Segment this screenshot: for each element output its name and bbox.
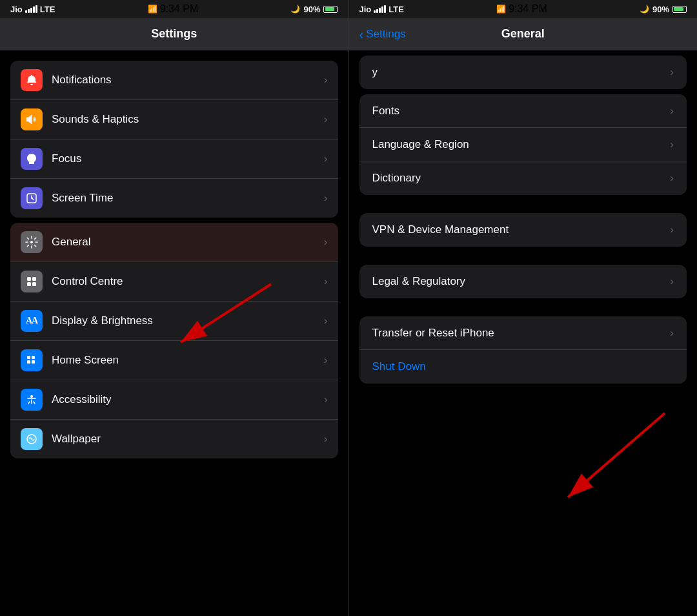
sidebar-item-wallpaper[interactable]: Wallpaper › [10, 420, 338, 458]
item-dictionary[interactable]: Dictionary › [359, 161, 687, 195]
carrier-left: Jio [10, 5, 23, 14]
moon-icon-right: 🌙 [640, 5, 649, 14]
section-gap-3 [349, 298, 698, 316]
status-bar-right: Jio LTE 📶 9:34 PM 🌙 90% [349, 0, 698, 18]
battery-percent-left: 90% [303, 5, 320, 14]
display-brightness-chevron: › [324, 314, 328, 327]
wifi-icon-right: 📶 [496, 5, 506, 14]
network-type-right: LTE [389, 5, 404, 14]
back-label: Settings [366, 28, 405, 41]
screen-time-icon [21, 187, 43, 209]
sounds-label: Sounds & Haptics [52, 113, 319, 126]
svg-rect-7 [32, 356, 35, 359]
item-legal[interactable]: Legal & Regulatory › [359, 265, 687, 298]
signal-icon-right [374, 5, 386, 13]
status-left: Jio LTE [10, 5, 55, 14]
sidebar-item-notifications[interactable]: Notifications › [10, 61, 338, 100]
nav-bar-right: ‹ Settings General [349, 18, 698, 50]
status-right-left: 🌙 90% [290, 5, 338, 14]
sidebar-item-control-centre[interactable]: Control Centre › [10, 262, 338, 302]
home-screen-chevron: › [324, 354, 328, 367]
back-button[interactable]: ‹ Settings [359, 28, 406, 41]
svg-rect-5 [32, 282, 36, 286]
notifications-chevron: › [324, 74, 328, 87]
notifications-icon [21, 69, 43, 91]
legal-chevron: › [670, 275, 674, 288]
above-scroll-label: y [372, 66, 665, 79]
settings-list-right[interactable]: y › Fonts › Language & Region › [349, 50, 698, 616]
display-brightness-label: Display & Brightness [52, 314, 319, 327]
section-group-right-1: Fonts › Language & Region › Dictionary › [349, 94, 698, 195]
section-group-1: Notifications › Sounds & Haptics › [10, 61, 338, 218]
display-brightness-icon: AA [21, 310, 43, 332]
wifi-icon-left: 📶 [148, 5, 157, 14]
sidebar-item-general[interactable]: General › [10, 223, 338, 262]
home-screen-icon [21, 349, 43, 371]
fonts-chevron: › [670, 105, 674, 118]
item-above-scroll[interactable]: y › [359, 56, 687, 89]
back-chevron-icon: ‹ [359, 28, 364, 41]
home-screen-label: Home Screen [52, 354, 319, 367]
right-panel: Jio LTE 📶 9:34 PM 🌙 90% [349, 0, 698, 616]
screen-time-chevron: › [324, 192, 328, 205]
sidebar-item-sounds[interactable]: Sounds & Haptics › [10, 100, 338, 139]
wallpaper-chevron: › [324, 433, 328, 446]
sidebar-item-focus[interactable]: Focus › [10, 139, 338, 179]
legal-label: Legal & Regulatory [372, 275, 665, 288]
svg-point-10 [30, 395, 33, 398]
focus-chevron: › [324, 152, 328, 165]
left-panel: Jio LTE 📶 9:34 PM 🌙 90% [0, 0, 349, 616]
svg-point-1 [30, 241, 33, 243]
item-fonts[interactable]: Fonts › [359, 94, 687, 128]
transfer-reset-label: Transfer or Reset iPhone [372, 327, 665, 340]
sidebar-item-screen-time[interactable]: Screen Time › [10, 179, 338, 218]
transfer-reset-chevron: › [670, 327, 674, 340]
nav-bar-left: Settings [0, 18, 348, 50]
item-shutdown[interactable]: Shut Down [359, 350, 687, 384]
status-left-right: Jio LTE [359, 5, 404, 14]
vpn-label: VPN & Device Management [372, 223, 665, 236]
sidebar-item-home-screen[interactable]: Home Screen › [10, 341, 338, 380]
nav-title-left: Settings [151, 27, 197, 41]
general-icon [21, 231, 43, 253]
signal-icon [25, 5, 37, 13]
time-left: 9:34 PM [160, 3, 199, 15]
moon-icon-left: 🌙 [290, 5, 300, 14]
nav-title-right: General [359, 27, 687, 41]
sounds-icon [21, 108, 43, 130]
sidebar-item-accessibility[interactable]: Accessibility › [10, 380, 338, 420]
section-group-right-3: Legal & Regulatory › [349, 265, 698, 298]
wallpaper-label: Wallpaper [52, 433, 319, 446]
sidebar-item-display-brightness[interactable]: AA Display & Brightness › [10, 302, 338, 341]
control-centre-chevron: › [324, 275, 328, 288]
network-type-left: LTE [40, 5, 56, 14]
svg-rect-4 [27, 282, 31, 286]
status-center-right: 📶 9:34 PM [496, 3, 547, 15]
language-region-chevron: › [670, 138, 674, 151]
time-right: 9:34 PM [509, 3, 547, 15]
above-scroll-chevron: › [670, 66, 674, 79]
general-chevron: › [324, 236, 328, 249]
item-vpn[interactable]: VPN & Device Management › [359, 213, 687, 247]
item-transfer-reset[interactable]: Transfer or Reset iPhone › [359, 316, 687, 350]
vpn-chevron: › [670, 223, 674, 236]
svg-rect-2 [27, 277, 31, 281]
notifications-label: Notifications [52, 74, 319, 87]
control-centre-icon [21, 271, 43, 293]
item-language-region[interactable]: Language & Region › [359, 128, 687, 161]
section-gap-2 [349, 247, 698, 265]
battery-icon-right [672, 6, 687, 13]
language-region-label: Language & Region [372, 138, 665, 151]
status-center-left: 📶 9:34 PM [148, 3, 199, 15]
section-group-2: General › Control Centre › [10, 223, 338, 458]
general-label: General [52, 236, 319, 249]
section-group-right-4: Transfer or Reset iPhone › Shut Down [349, 316, 698, 384]
sounds-chevron: › [324, 113, 328, 126]
focus-icon [21, 148, 43, 170]
shutdown-label: Shut Down [372, 360, 674, 373]
fonts-label: Fonts [372, 105, 665, 118]
settings-list-left[interactable]: Notifications › Sounds & Haptics › [0, 50, 348, 616]
dictionary-label: Dictionary [372, 172, 665, 185]
accessibility-label: Accessibility [52, 393, 319, 406]
svg-rect-3 [32, 277, 36, 281]
